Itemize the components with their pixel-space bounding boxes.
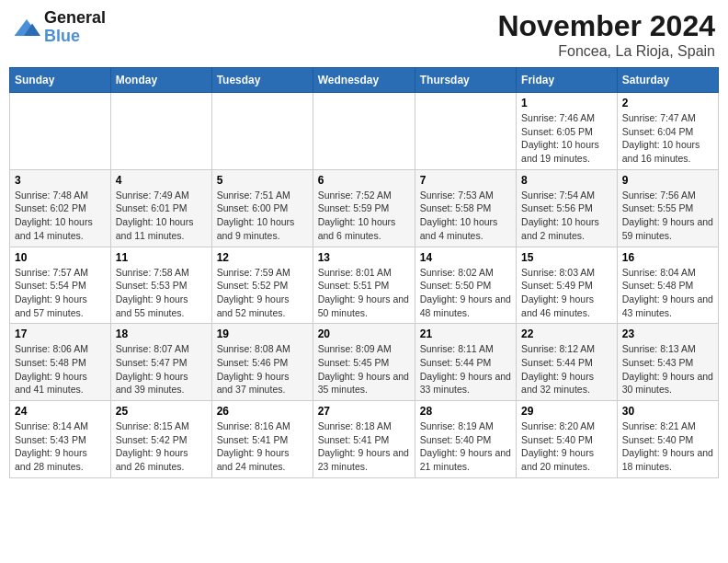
logo-icon (13, 17, 40, 39)
day-info: Sunrise: 8:09 AM Sunset: 5:45 PM Dayligh… (318, 342, 410, 396)
day-number: 25 (116, 405, 207, 418)
day-info: Sunrise: 8:16 AM Sunset: 5:41 PM Dayligh… (217, 419, 308, 474)
calendar-cell: 28Sunrise: 8:19 AM Sunset: 5:40 PM Dayli… (415, 401, 516, 478)
calendar-cell (110, 93, 211, 170)
day-info: Sunrise: 7:51 AM Sunset: 6:00 PM Dayligh… (217, 189, 308, 243)
calendar-cell (10, 93, 111, 170)
header-day-friday: Friday (517, 68, 618, 93)
day-info: Sunrise: 8:14 AM Sunset: 5:43 PM Dayligh… (15, 419, 106, 474)
day-number: 28 (420, 405, 511, 418)
header-day-tuesday: Tuesday (211, 68, 313, 93)
day-number: 5 (217, 174, 308, 187)
day-info: Sunrise: 7:57 AM Sunset: 5:54 PM Dayligh… (15, 266, 106, 320)
day-info: Sunrise: 7:56 AM Sunset: 5:55 PM Dayligh… (622, 189, 713, 243)
calendar-cell: 9Sunrise: 7:56 AM Sunset: 5:55 PM Daylig… (617, 169, 718, 247)
calendar-cell: 18Sunrise: 8:07 AM Sunset: 5:47 PM Dayli… (110, 324, 211, 401)
location-subtitle: Foncea, La Rioja, Spain (497, 43, 715, 60)
day-number: 15 (521, 251, 612, 264)
day-info: Sunrise: 8:12 AM Sunset: 5:44 PM Dayligh… (521, 342, 612, 396)
day-info: Sunrise: 7:54 AM Sunset: 5:56 PM Dayligh… (521, 189, 612, 243)
calendar-cell (313, 93, 415, 170)
day-info: Sunrise: 8:04 AM Sunset: 5:48 PM Dayligh… (622, 266, 713, 320)
day-number: 16 (622, 251, 713, 264)
week-row-4: 17Sunrise: 8:06 AM Sunset: 5:48 PM Dayli… (10, 324, 719, 401)
day-info: Sunrise: 8:21 AM Sunset: 5:40 PM Dayligh… (622, 419, 713, 474)
calendar-cell: 5Sunrise: 7:51 AM Sunset: 6:00 PM Daylig… (211, 169, 313, 247)
header-day-thursday: Thursday (415, 68, 516, 93)
calendar-cell: 2Sunrise: 7:47 AM Sunset: 6:04 PM Daylig… (617, 93, 718, 170)
day-info: Sunrise: 7:52 AM Sunset: 5:59 PM Dayligh… (318, 189, 410, 243)
calendar-cell: 15Sunrise: 8:03 AM Sunset: 5:49 PM Dayli… (517, 247, 618, 324)
day-number: 19 (217, 327, 308, 340)
day-info: Sunrise: 8:08 AM Sunset: 5:46 PM Dayligh… (217, 342, 308, 396)
calendar-cell: 24Sunrise: 8:14 AM Sunset: 5:43 PM Dayli… (10, 401, 111, 478)
day-number: 3 (15, 174, 106, 187)
day-number: 2 (622, 97, 713, 109)
calendar-cell: 26Sunrise: 8:16 AM Sunset: 5:41 PM Dayli… (211, 401, 313, 478)
day-number: 10 (15, 251, 106, 264)
calendar-cell: 23Sunrise: 8:13 AM Sunset: 5:43 PM Dayli… (617, 324, 718, 401)
week-row-2: 3Sunrise: 7:48 AM Sunset: 6:02 PM Daylig… (10, 169, 719, 247)
day-info: Sunrise: 8:02 AM Sunset: 5:50 PM Dayligh… (420, 266, 511, 320)
calendar-cell: 13Sunrise: 8:01 AM Sunset: 5:51 PM Dayli… (313, 247, 415, 324)
calendar-cell: 25Sunrise: 8:15 AM Sunset: 5:42 PM Dayli… (110, 401, 211, 478)
day-info: Sunrise: 8:11 AM Sunset: 5:44 PM Dayligh… (420, 342, 511, 396)
day-number: 23 (622, 327, 713, 340)
day-number: 29 (521, 405, 612, 418)
calendar-cell: 30Sunrise: 8:21 AM Sunset: 5:40 PM Dayli… (617, 401, 718, 478)
day-number: 4 (116, 174, 207, 187)
header-day-saturday: Saturday (617, 68, 718, 93)
month-title: November 2024 (497, 9, 715, 43)
day-info: Sunrise: 8:06 AM Sunset: 5:48 PM Dayligh… (15, 342, 106, 396)
logo: GeneralBlue (13, 9, 106, 46)
calendar-cell: 20Sunrise: 8:09 AM Sunset: 5:45 PM Dayli… (313, 324, 415, 401)
day-info: Sunrise: 8:18 AM Sunset: 5:41 PM Dayligh… (318, 419, 410, 474)
day-number: 7 (420, 174, 511, 187)
calendar-table: SundayMondayTuesdayWednesdayThursdayFrid… (9, 67, 719, 478)
day-number: 12 (217, 251, 308, 264)
calendar-cell: 7Sunrise: 7:53 AM Sunset: 5:58 PM Daylig… (415, 169, 516, 247)
day-info: Sunrise: 7:47 AM Sunset: 6:04 PM Dayligh… (622, 111, 713, 166)
day-info: Sunrise: 7:48 AM Sunset: 6:02 PM Dayligh… (15, 189, 106, 243)
calendar-cell (211, 93, 313, 170)
calendar-cell: 29Sunrise: 8:20 AM Sunset: 5:40 PM Dayli… (517, 401, 618, 478)
day-info: Sunrise: 8:03 AM Sunset: 5:49 PM Dayligh… (521, 266, 612, 320)
day-number: 21 (420, 327, 511, 340)
day-number: 22 (521, 327, 612, 340)
day-info: Sunrise: 7:58 AM Sunset: 5:53 PM Dayligh… (116, 266, 207, 320)
header-day-wednesday: Wednesday (313, 68, 415, 93)
day-info: Sunrise: 8:07 AM Sunset: 5:47 PM Dayligh… (116, 342, 207, 396)
day-number: 8 (521, 174, 612, 187)
week-row-5: 24Sunrise: 8:14 AM Sunset: 5:43 PM Dayli… (10, 401, 719, 478)
day-info: Sunrise: 8:01 AM Sunset: 5:51 PM Dayligh… (318, 266, 410, 320)
logo-text: GeneralBlue (44, 9, 106, 46)
header-day-sunday: Sunday (10, 68, 111, 93)
day-number: 13 (318, 251, 410, 264)
calendar-cell: 10Sunrise: 7:57 AM Sunset: 5:54 PM Dayli… (10, 247, 111, 324)
day-info: Sunrise: 8:15 AM Sunset: 5:42 PM Dayligh… (116, 419, 207, 474)
day-number: 6 (318, 174, 410, 187)
calendar-cell: 1Sunrise: 7:46 AM Sunset: 6:05 PM Daylig… (517, 93, 618, 170)
calendar-cell: 6Sunrise: 7:52 AM Sunset: 5:59 PM Daylig… (313, 169, 415, 247)
calendar-cell: 3Sunrise: 7:48 AM Sunset: 6:02 PM Daylig… (10, 169, 111, 247)
calendar-cell: 21Sunrise: 8:11 AM Sunset: 5:44 PM Dayli… (415, 324, 516, 401)
week-row-1: 1Sunrise: 7:46 AM Sunset: 6:05 PM Daylig… (10, 93, 719, 170)
day-number: 1 (521, 97, 612, 109)
day-number: 18 (116, 327, 207, 340)
day-info: Sunrise: 7:46 AM Sunset: 6:05 PM Dayligh… (521, 111, 612, 166)
calendar-cell: 12Sunrise: 7:59 AM Sunset: 5:52 PM Dayli… (211, 247, 313, 324)
day-number: 27 (318, 405, 410, 418)
day-number: 20 (318, 327, 410, 340)
page-header: GeneralBlue November 2024 Foncea, La Rio… (9, 9, 719, 60)
header-row: SundayMondayTuesdayWednesdayThursdayFrid… (10, 68, 719, 93)
calendar-cell: 4Sunrise: 7:49 AM Sunset: 6:01 PM Daylig… (110, 169, 211, 247)
day-number: 26 (217, 405, 308, 418)
day-info: Sunrise: 7:59 AM Sunset: 5:52 PM Dayligh… (217, 266, 308, 320)
day-info: Sunrise: 8:20 AM Sunset: 5:40 PM Dayligh… (521, 419, 612, 474)
header-day-monday: Monday (110, 68, 211, 93)
day-number: 11 (116, 251, 207, 264)
calendar-cell: 8Sunrise: 7:54 AM Sunset: 5:56 PM Daylig… (517, 169, 618, 247)
day-number: 24 (15, 405, 106, 418)
day-number: 30 (622, 405, 713, 418)
calendar-cell: 16Sunrise: 8:04 AM Sunset: 5:48 PM Dayli… (617, 247, 718, 324)
